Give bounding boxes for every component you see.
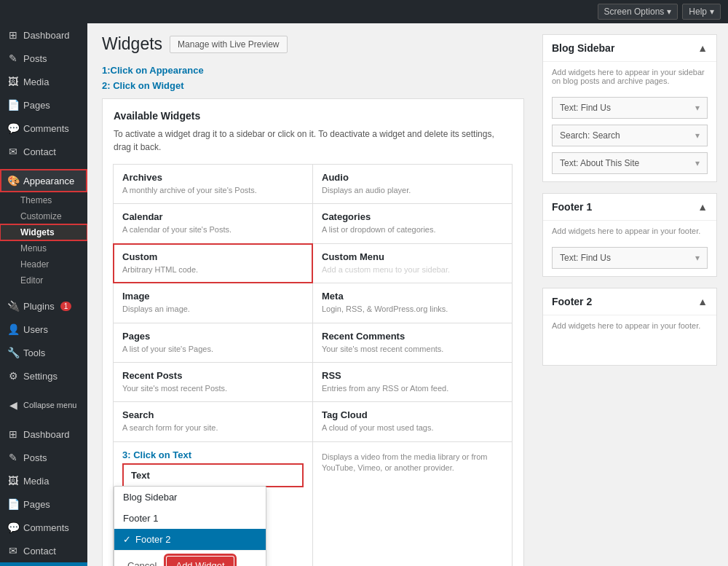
footer1-section: Footer 1 ▲ Add widgets here to appear in… [542, 193, 717, 277]
widget-search[interactable]: Search A search form for your site. [113, 401, 313, 441]
widget-recent-posts[interactable]: Recent Posts Your site's most recent Pos… [113, 362, 313, 402]
sidebar-item-plugins[interactable]: 🔌 Plugins 1 [0, 294, 87, 318]
right-sidebars-panel: Blog Sidebar ▲ Add widgets here to appea… [539, 23, 728, 566]
sidebar-item-pages[interactable]: 📄 Pages [0, 93, 87, 117]
sidebar-sub-themes[interactable]: Themes [0, 192, 87, 208]
pages2-icon: 📄 [7, 498, 19, 510]
widget-custom[interactable]: Custom Arbitrary HTML code. [113, 243, 313, 283]
sidebar-sub-widgets[interactable]: Widgets [0, 224, 87, 240]
sidebar-sub-editor[interactable]: Editor [0, 272, 87, 288]
footer1-slot-text-find-us[interactable]: Text: Find Us ▾ [552, 247, 708, 269]
plugins-icon: 🔌 [7, 300, 19, 312]
contact-icon: ✉ [7, 146, 19, 157]
sidebar-item-appearance[interactable]: 🎨 Appearance [0, 169, 87, 192]
widget-meta[interactable]: Meta Login, RSS, & WordPress.org links. [312, 283, 513, 323]
blog-sidebar-title: Blog Sidebar [552, 42, 614, 54]
widget-custom-menu[interactable]: Custom Menu Add a custom menu to your si… [312, 243, 513, 283]
widget-pages[interactable]: Pages A list of your site's Pages. [113, 323, 313, 363]
sidebar: ⊞ Dashboard ✎ Posts 🖼 Media 📄 Pages 💬 Co… [0, 23, 87, 566]
step1-label: 1:Click on Appearance [102, 65, 204, 76]
sidebar-item-posts2[interactable]: ✎ Posts [0, 446, 87, 469]
sidebar-item-comments2[interactable]: 💬 Comments [0, 516, 87, 539]
footer2-empty-area [543, 336, 716, 365]
widget-recent-comments[interactable]: Recent Comments Your site's most recent … [312, 323, 513, 363]
media2-icon: 🖼 [7, 475, 19, 487]
available-widgets-title: Available Widgets [114, 110, 513, 122]
widget-archives[interactable]: Archives A monthly archive of your site'… [113, 164, 313, 204]
main-layout: ⊞ Dashboard ✎ Posts 🖼 Media 📄 Pages 💬 Co… [0, 23, 728, 566]
cancel-button[interactable]: Cancel [123, 557, 161, 566]
screen-options-button[interactable]: Screen Options ▾ [598, 4, 678, 20]
sidebar-item-comments[interactable]: 💬 Comments [0, 117, 87, 140]
collapse-icon: ◀ [7, 399, 19, 411]
checkmark-icon: ✓ [123, 534, 131, 545]
blog-sidebar-header: Blog Sidebar ▲ [543, 35, 716, 62]
sidebar-item-posts[interactable]: ✎ Posts [0, 47, 87, 70]
widget-image[interactable]: Image Displays an image. [113, 283, 313, 323]
media-icon: 🖼 [7, 76, 19, 87]
sidebar-item-settings[interactable]: ⚙ Settings [0, 364, 87, 388]
widget-rss[interactable]: RSS Entries from any RSS or Atom feed. [312, 362, 513, 402]
sidebar-item-appearance2[interactable]: 🎨 Appearance [0, 562, 87, 566]
footer1-collapse[interactable]: ▲ [697, 201, 708, 213]
chevron-icon2: ▾ [695, 130, 700, 141]
widget-dropdown: Blog Sidebar Footer 1 ✓ Footer 2 Cancel … [114, 486, 266, 566]
widget-text[interactable]: Text [122, 463, 304, 487]
widget-categories[interactable]: Categories A list or dropdown of categor… [312, 203, 513, 243]
widget-calendar[interactable]: Calendar A calendar of your site's Posts… [113, 203, 313, 243]
footer2-desc: Add widgets here to appear in your foote… [543, 315, 716, 336]
dashboard2-icon: ⊞ [7, 428, 19, 440]
dropdown-item-blog-sidebar[interactable]: Blog Sidebar [114, 487, 266, 508]
blog-slot-search[interactable]: Search: Search ▾ [552, 125, 708, 146]
sidebar-item-media[interactable]: 🖼 Media [0, 70, 87, 93]
sidebar-sub-menus[interactable]: Menus [0, 240, 87, 256]
help-button[interactable]: Help ▾ [682, 4, 721, 20]
pages-icon: 📄 [7, 99, 19, 111]
settings-icon: ⚙ [7, 370, 19, 382]
posts-icon: ✎ [7, 52, 19, 64]
chevron-icon3: ▾ [695, 158, 700, 168]
comments2-icon: 💬 [7, 522, 19, 533]
sidebar-item-pages2[interactable]: 📄 Pages [0, 492, 87, 516]
widget-audio[interactable]: Audio Displays an audio player. [312, 164, 513, 204]
add-widget-button[interactable]: Add Widget [167, 557, 233, 566]
sidebar-sub-customize[interactable]: Customize [0, 208, 87, 224]
sidebar-sub-header[interactable]: Header [0, 256, 87, 272]
page-header: Widgets Manage with Live Preview [102, 34, 524, 54]
footer1-title: Footer 1 [552, 201, 592, 213]
sidebar-item-contact2[interactable]: ✉ Contact [0, 539, 87, 562]
page-title: Widgets [102, 34, 162, 54]
sidebar-item-media2[interactable]: 🖼 Media [0, 469, 87, 492]
blog-slot-text-about[interactable]: Text: About This Site ▾ [552, 152, 708, 174]
tools-icon: 🔧 [7, 347, 19, 358]
footer2-section: Footer 2 ▲ Add widgets here to appear in… [542, 288, 717, 366]
appearance-icon: 🎨 [7, 175, 19, 186]
chevron-down-icon: ▾ [710, 7, 714, 17]
chevron-down-icon: ▾ [667, 7, 671, 17]
widget-tag-cloud[interactable]: Tag Cloud A cloud of your most used tags… [312, 401, 513, 441]
sidebar-item-dashboard2[interactable]: ⊞ Dashboard [0, 422, 87, 446]
dropdown-item-footer2[interactable]: ✓ Footer 2 [114, 529, 266, 550]
widgets-grid: Archives A monthly archive of your site'… [114, 165, 513, 566]
blog-sidebar-collapse[interactable]: ▲ [697, 42, 708, 54]
comments-icon: 💬 [7, 122, 19, 134]
chevron-icon: ▾ [695, 103, 700, 113]
blog-sidebar-section: Blog Sidebar ▲ Add widgets here to appea… [542, 34, 717, 182]
footer2-collapse[interactable]: ▲ [697, 296, 708, 307]
dropdown-actions: Cancel Add Widget [114, 550, 266, 566]
widget-text-container: 3: Click on Text Text Arbitrary text. Bl… [113, 441, 313, 566]
manage-live-preview-button[interactable]: Manage with Live Preview [170, 36, 287, 53]
collapse-menu[interactable]: ◀ Collapse menu [0, 393, 87, 417]
blog-slot-text-find-us[interactable]: Text: Find Us ▾ [552, 97, 708, 119]
sidebar-item-tools[interactable]: 🔧 Tools [0, 341, 87, 364]
available-widgets-desc: To activate a widget drag it to a sideba… [114, 127, 513, 154]
widget-video[interactable]: Displays a video from the media library … [312, 441, 513, 566]
contact2-icon: ✉ [7, 545, 19, 557]
sidebar-item-contact[interactable]: ✉ Contact [0, 140, 87, 163]
sidebar-item-dashboard[interactable]: ⊞ Dashboard [0, 23, 87, 47]
available-widgets-section: Available Widgets To activate a widget d… [102, 98, 524, 566]
posts2-icon: ✎ [7, 452, 19, 463]
sidebar-item-users[interactable]: 👤 Users [0, 318, 87, 341]
footer1-header: Footer 1 ▲ [543, 194, 716, 221]
dropdown-item-footer1[interactable]: Footer 1 [114, 508, 266, 529]
